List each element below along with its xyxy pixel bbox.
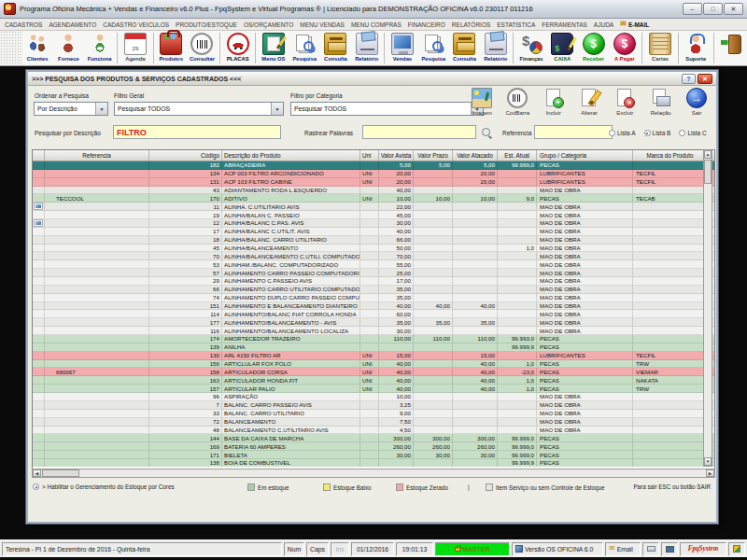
toolbar-vendas[interactable]: Vendas: [387, 31, 417, 65]
scroll-right-icon[interactable]: ▶: [706, 469, 714, 477]
menu-item-cadastro-veiculos[interactable]: CADASTRO VEICULOS: [103, 21, 169, 28]
vertical-scrollbar[interactable]: ▲ ▼: [703, 149, 712, 467]
toolbar-produtos[interactable]: Produtos: [156, 31, 187, 65]
toolbar-caixa[interactable]: CAIXA: [547, 31, 578, 65]
sair-button[interactable]: Sair: [680, 88, 713, 116]
table-row[interactable]: 66ALINHAMENTO CARRO UTILITARIO COMPUTADO…: [33, 286, 714, 294]
window-close-button[interactable]: ✕: [698, 74, 712, 84]
menu-item-ferramentas[interactable]: FERRAMENTAS: [542, 21, 587, 28]
table-row[interactable]: 29ALINHAMENTO C.PASSEIO AVIS17,00MAO DE …: [33, 277, 714, 286]
table-row[interactable]: 157ARTICULAR PALIOUNI40,0040,001,0PECAST…: [33, 385, 714, 393]
table-row[interactable]: 156ARTICLULAR FOX POLOUNI40,0040,001,0PE…: [33, 360, 714, 369]
products-window-titlebar[interactable]: >>> PESQUISA DOS PRODUTOS & SERVIÇOS CAD…: [28, 72, 716, 86]
menu-item-e-mail[interactable]: ✉E-MAIL: [620, 21, 649, 28]
table-row[interactable]: 17ALINHA/BALANC C.UTILIT. AVIS40,00MAO D…: [33, 228, 714, 236]
table-row[interactable]: 182ABRAÇADEIRA5,005,005,0099.999,0PECAS: [33, 161, 714, 170]
toolbar-pesquisa[interactable]: Pesquisa: [418, 31, 449, 65]
table-row[interactable]: 74ALINHAMENTO DUPLO CARRO PASSEIO COMPUT…: [33, 294, 714, 302]
toolbar-consultar[interactable]: Consultar: [187, 31, 218, 65]
table-row[interactable]: 177ALINHAMENTO/BALANCEAMENTO - AVIS35,00…: [33, 318, 714, 327]
table-row[interactable]: 12ALINHA/BALANC C.PAS. AVIS30,00MAO DE O…: [33, 219, 714, 228]
table-row[interactable]: 680067158ARTICULADOR CORSAUNI40,0040,00-…: [33, 368, 714, 376]
toolbar-suporte[interactable]: Suporte: [681, 31, 712, 65]
help-button[interactable]: ?: [682, 74, 696, 84]
status-email-button[interactable]: ✉ Email: [605, 542, 641, 556]
table-row[interactable]: 7BALANC. CARRO PASSEIO AVIS3,25MAO DE OB…: [33, 401, 714, 410]
general-filter-select[interactable]: Pesquisar TODOS ▼: [114, 102, 284, 116]
column-header-c-digo[interactable]: Código: [149, 150, 222, 161]
column-header-descri-o-do-produto[interactable]: Descrição do Produto: [222, 150, 360, 161]
status-flag-button[interactable]: [728, 542, 745, 556]
table-row[interactable]: 70ALINHA/BALANCEAMENTO C.UTILI. COMPUTAD…: [33, 252, 714, 260]
menu-item-produto-estoque[interactable]: PRODUTO/ESTOQUE: [176, 21, 237, 28]
keywords-search-input[interactable]: [362, 125, 476, 139]
table-row[interactable]: 144BASE DA CAIXA DE MARCHA300,00300,0030…: [33, 434, 714, 442]
maximize-button[interactable]: □: [703, 3, 723, 15]
column-header-icon[interactable]: [33, 150, 45, 161]
table-row[interactable]: 131ACP 103 FILTRO CABINEUNI20,0020,00LUB…: [33, 178, 714, 187]
menu-item-estatistica[interactable]: ESTATISTICA: [497, 21, 535, 28]
incluir-button[interactable]: Incluir: [537, 88, 571, 116]
toolbar-pesquisa[interactable]: Pesquisa: [289, 31, 320, 65]
table-row[interactable]: 72BALANCEAMENTO7,50MAO DE OBRA: [33, 418, 714, 427]
table-row[interactable]: 19ALINHA/BALAN C. PASSEIO45,00MAO DE OBR…: [33, 211, 714, 219]
alterar-button[interactable]: Alterar: [572, 88, 606, 116]
horizontal-scroll-thumb[interactable]: [42, 469, 79, 477]
column-header-est-atual[interactable]: Est. Atual: [498, 150, 537, 161]
close-button[interactable]: ✕: [724, 3, 743, 15]
scroll-down-icon[interactable]: ▼: [704, 457, 712, 466]
table-row[interactable]: 151ALINHAMENTO E BALANCEAMENTO DIANTEIRO…: [33, 302, 714, 311]
table-row[interactable]: 174AMORTECEDOR TRAZEIRO110,00110,00110,0…: [33, 335, 714, 343]
imagem-button[interactable]: Imagem: [465, 88, 499, 116]
table-row[interactable]: 171BIELETA30,0030,0030,0099.999,0PECAS: [33, 451, 714, 459]
order-filter-select[interactable]: Por Descrição ▼: [34, 102, 108, 116]
toolbar-funciona[interactable]: Funciona: [84, 31, 115, 65]
scroll-left-icon[interactable]: ◀: [33, 469, 41, 477]
table-row[interactable]: 11ALINHA. C.UTILITARIO AVIS22,00MAO DE O…: [33, 203, 714, 211]
status-printer-button[interactable]: [642, 542, 659, 556]
toolbar-finan-as[interactable]: Finanças: [515, 31, 546, 65]
vertical-scroll-thumb[interactable]: [704, 160, 712, 184]
menu-item-relat-rios[interactable]: RELATÓRIOS: [452, 21, 490, 28]
toolbar-relat-rio[interactable]: Relatório: [351, 31, 382, 65]
table-row[interactable]: 114ALINHAMENTO/BALANC FIAT CORROLA HONDA…: [33, 310, 714, 318]
column-header-valor-prazo[interactable]: Valor Prazo: [414, 150, 453, 161]
table-row[interactable]: 116ALINHAMENTO/BALANCEAMENTO LOCALIZA30,…: [33, 327, 714, 335]
radio-lista-a[interactable]: Lista A: [609, 130, 636, 136]
reference-search-input[interactable]: [534, 125, 613, 139]
description-search-input[interactable]: [113, 125, 281, 139]
excluir-button[interactable]: Excluir: [608, 88, 641, 116]
table-row[interactable]: 33BALANC. CARRO UTILITARIO9,00MAO DE OBR…: [33, 410, 714, 418]
toolbar-fornece[interactable]: Fornece: [53, 31, 84, 65]
scroll-up-icon[interactable]: ▲: [704, 150, 712, 159]
menu-item-menu-compras[interactable]: MENU COMPRAS: [351, 21, 402, 28]
column-header-valor-avista[interactable]: Valor Avista: [379, 150, 414, 161]
column-header-uni[interactable]: Uni: [360, 150, 379, 161]
codbarra-button[interactable]: CodBarra: [500, 88, 534, 116]
stock-color-toggle[interactable]: > Habilitar o Gerenciamento do Estoque p…: [33, 483, 175, 490]
column-header-referencia[interactable]: Referencia: [45, 150, 149, 161]
table-row[interactable]: 163ARTICULADOR HONDA FITUNI40,0040,001,0…: [33, 376, 714, 385]
toolbar-cartas[interactable]: Cartas: [644, 31, 675, 65]
column-header-valor-atacado[interactable]: Valor Atacado: [453, 150, 498, 161]
toolbar-consulta[interactable]: Consulta: [320, 31, 351, 65]
toolbar-exit[interactable]: [716, 31, 747, 65]
column-header-grupo-categoria[interactable]: Grupo / Categoria: [537, 150, 633, 161]
menu-item-os-or-amento[interactable]: OS/ORÇAMENTO: [244, 21, 293, 28]
table-row[interactable]: 43ADIANTAMENTO RODA L.ESQUERDO40,00MAO D…: [33, 187, 714, 195]
table-row[interactable]: 134ACP 003 FILTRO ARCONDICIONADOUNI20,00…: [33, 170, 714, 178]
radio-lista-b[interactable]: Lista B: [644, 130, 671, 136]
column-header-marca-do-produto[interactable]: Marca do Produto: [633, 150, 707, 161]
menu-item-menu-vendas[interactable]: MENU VENDAS: [300, 21, 345, 28]
horizontal-scrollbar[interactable]: ◀ ▶: [32, 469, 715, 478]
toolbar-agenda[interactable]: 29Agenda: [120, 31, 150, 65]
rela-o-button[interactable]: Relação: [644, 88, 678, 116]
status-monitor-button[interactable]: [661, 542, 678, 556]
menu-item-cadastros[interactable]: CADASTROS: [5, 21, 42, 28]
toolbar-menu-os[interactable]: Menu OS: [258, 31, 289, 65]
table-row[interactable]: 53ALINHAM./BALANC. COMPUTADORIZADO55,00M…: [33, 260, 714, 269]
toolbar-a-pagar[interactable]: A Pagar: [609, 31, 640, 65]
search-icon[interactable]: [482, 128, 490, 136]
table-row[interactable]: 169BATERIA 60 AMPERES260,00260,00260,009…: [33, 442, 714, 451]
category-filter-select[interactable]: Pesquisar TODOS ▼: [290, 102, 484, 116]
